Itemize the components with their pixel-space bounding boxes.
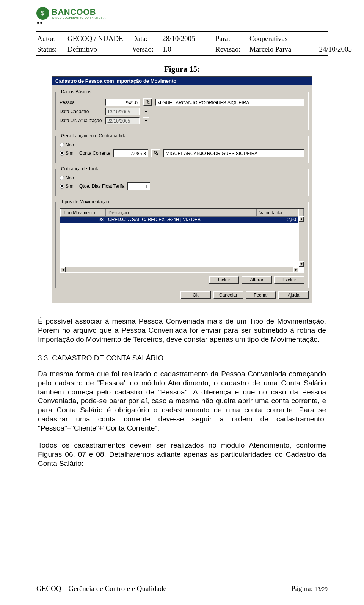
data-cadastro-input: 13/10/2005	[105, 108, 140, 115]
group-contrapartida: Gera Lançamento Contrapartida Não Sim Co…	[55, 133, 309, 163]
search-icon	[145, 99, 150, 105]
conta-lookup-button[interactable]	[151, 149, 160, 157]
doc-meta-row1: Autor: GECOQ / NUADE Data: 28/10/2005 Pa…	[36, 33, 328, 44]
data-atualizacao-label: Data Ult. Atualização	[60, 118, 110, 123]
legend-cobranca: Cobrança de Tarifa	[60, 166, 101, 171]
scroll-down-icon[interactable]: ▼	[299, 261, 304, 267]
col-tipo: Tipo Movimento	[60, 209, 106, 217]
revisao-date: 24/10/2005	[306, 45, 352, 53]
logo: $ BANCOOB BANCO COOPERATIVO DO BRASIL S.…	[36, 7, 328, 20]
footer-right: Página: 13/29	[291, 585, 328, 593]
autor-label: Autor:	[37, 35, 67, 43]
pessoa-lookup-button[interactable]	[143, 98, 152, 106]
paragraph-3: Todos os cadastramentos devem ser realiz…	[38, 441, 326, 468]
radio-icon	[60, 184, 64, 189]
dialog-window: Cadastro de Pessoa com Importação de Mov…	[52, 76, 312, 303]
svg-line-5	[157, 154, 158, 155]
revisao-value: Marcelo Paiva	[249, 45, 306, 53]
cobranca-nao-radio[interactable]: Não	[60, 175, 304, 181]
radio-icon	[60, 151, 64, 156]
horizontal-scrollbar[interactable]: ◀ ▶	[60, 267, 298, 272]
revisao-label: Revisão:	[215, 45, 249, 53]
contrapartida-nao-label: Não	[66, 142, 74, 148]
legend-tipos: Tipos de Movimentação	[60, 199, 111, 204]
status-label: Status:	[37, 45, 67, 53]
pessoa-nome-input[interactable]: MIGUEL ARCANJO RODRIGUES SIQUEIRA	[155, 99, 304, 106]
conta-corrente-label: Conta Corrente	[79, 151, 110, 156]
svg-point-1	[147, 102, 149, 103]
data-cadastro-label: Data Cadastro	[60, 109, 102, 114]
logo-mark: $	[36, 7, 49, 20]
status-value: Definitivo	[67, 45, 132, 53]
para-label: Para:	[215, 35, 249, 43]
quote-mark: ""	[36, 20, 328, 29]
conta-corrente-input[interactable]: 7.085-8	[113, 149, 148, 157]
group-tipos-movimentacao: Tipos de Movimentação Tipo Movimento Des…	[55, 199, 309, 288]
data-value: 28/10/2005	[162, 35, 215, 43]
doc-meta-row2: Status: Definitivo Versão: 1.0 Revisão: …	[36, 44, 328, 54]
footer-left: GECOQ – Gerência de Controle e Qualidade	[36, 585, 166, 593]
autor-value: GECOQ / NUADE	[67, 35, 132, 43]
ok-button[interactable]: Ok	[180, 291, 211, 299]
legend-dados-basicos: Dados Básicos	[60, 89, 93, 94]
ajuda-button[interactable]: Ajuda	[278, 291, 309, 299]
scroll-left-icon[interactable]: ◀	[60, 267, 66, 272]
cell-tipo: 98	[60, 217, 106, 223]
pessoa-code-input[interactable]: 949-0	[105, 99, 140, 106]
cobranca-sim-radio[interactable]: Sim	[60, 184, 76, 189]
para-value: Cooperativas	[249, 35, 306, 43]
contrapartida-sim-label: Sim	[66, 151, 74, 156]
legend-contrapartida: Gera Lançamento Contrapartida	[60, 133, 128, 138]
cell-valor: 2,50	[257, 217, 298, 223]
chevron-down-icon: ▾	[145, 109, 147, 114]
body-text: É possível associar à mesma Pessoa Conve…	[38, 317, 326, 468]
paragraph-1: É possível associar à mesma Pessoa Conve…	[38, 317, 326, 344]
versao-value: 1.0	[162, 45, 215, 53]
vertical-scrollbar[interactable]: ▲ ▼	[298, 216, 304, 267]
search-icon	[154, 151, 158, 156]
data-label: Data:	[132, 35, 162, 43]
radio-icon	[60, 143, 64, 147]
section-title: 3.3. CADASTRO DE CONTA SALÁRIO	[38, 354, 326, 363]
data-cadastro-dropdown[interactable]: ▾	[143, 108, 149, 115]
chevron-down-icon: ▾	[145, 118, 147, 123]
svg-line-2	[149, 103, 150, 104]
cancelar-button[interactable]: Cancelar	[213, 291, 243, 299]
excluir-button[interactable]: Excluir	[274, 276, 304, 284]
paragraph-2: Da mesma forma que foi realizado o cadas…	[38, 369, 326, 432]
data-atualizacao-input: 22/10/2005	[105, 117, 140, 124]
contrapartida-sim-radio[interactable]: Sim	[60, 151, 76, 156]
fechar-button[interactable]: Fechar	[246, 291, 276, 299]
incluir-button[interactable]: Incluir	[209, 276, 239, 284]
header-rule-bottom	[36, 55, 328, 57]
contrapartida-nao-radio[interactable]: Não	[60, 142, 304, 148]
pessoa-label: Pessoa	[60, 100, 102, 105]
tipos-table[interactable]: Tipo Movimento Descrição Valor Tarifa 98…	[60, 208, 304, 273]
conta-pessoa-nome-input[interactable]: MIGUEL ARCANJO RODRIGUES SIQUEIRA	[163, 149, 304, 157]
svg-point-4	[156, 152, 157, 154]
alterar-button[interactable]: Alterar	[242, 276, 272, 284]
group-cobranca: Cobrança de Tarifa Não Sim Qtde. Dias Fl…	[55, 166, 309, 196]
group-dados-basicos: Dados Básicos Pessoa 949-0 MIGUEL ARCANJ…	[55, 89, 309, 130]
versao-label: Versão:	[132, 45, 162, 53]
cobranca-nao-label: Não	[66, 175, 74, 181]
col-valor: Valor Tarifa	[257, 209, 298, 217]
col-desc: Descrição	[106, 209, 257, 217]
qtde-input[interactable]: 1	[127, 182, 150, 190]
logo-brand: BANCOOB	[52, 8, 107, 16]
dialog-titlebar: Cadastro de Pessoa com Importação de Mov…	[52, 77, 312, 85]
scroll-right-icon[interactable]: ▶	[293, 267, 298, 272]
logo-subtitle: BANCO COOPERATIVO DO BRASIL S.A.	[52, 16, 107, 19]
radio-icon	[60, 176, 64, 180]
cobranca-sim-label: Sim	[66, 184, 74, 189]
cell-desc: CRÉD.CTA SAL.C/ RED.EXT.+24H | VIA DEB	[106, 217, 257, 223]
scroll-up-icon[interactable]: ▲	[299, 216, 304, 222]
table-header: Tipo Movimento Descrição Valor Tarifa	[60, 209, 304, 217]
data-atualizacao-dropdown[interactable]: ▾	[143, 117, 149, 124]
table-row[interactable]: 98 CRÉD.CTA SAL.C/ RED.EXT.+24H | VIA DE…	[60, 217, 304, 223]
figure-title: Figura 15:	[36, 64, 328, 74]
page-footer: GECOQ – Gerência de Controle e Qualidade…	[36, 583, 328, 593]
qtde-label: Qtde. Dias Float Tarifa	[79, 184, 124, 189]
